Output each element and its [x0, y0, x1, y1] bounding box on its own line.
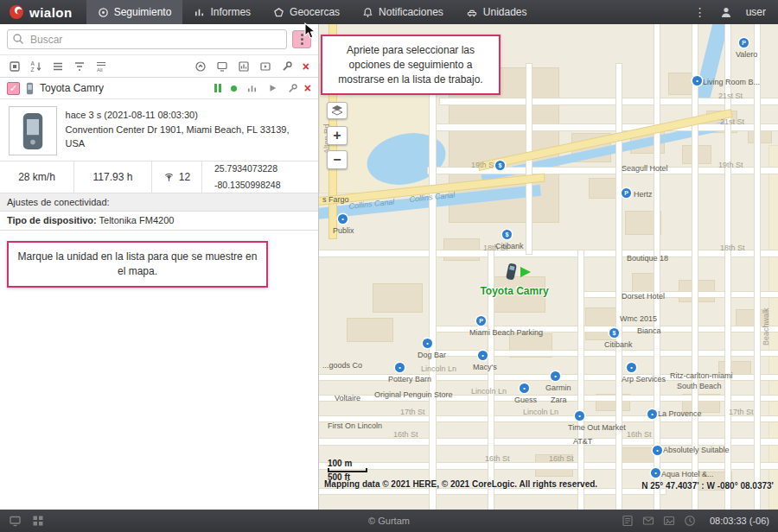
satellite-icon [163, 172, 175, 183]
unit-checkbox[interactable]: ✓ [7, 82, 20, 95]
map-label: Macy's [473, 363, 497, 371]
nav-tab-seguimiento[interactable]: Seguimiento [86, 0, 183, 24]
map-label: Citibank [495, 242, 524, 250]
scale-metric: 100 m [328, 459, 367, 468]
main-nav: Seguimiento Informes Geocercas Notificac… [86, 0, 539, 24]
map-label: Garmin [545, 383, 571, 392]
device-type-label: Tipo de dispositivo: [7, 215, 97, 225]
top-menu-icon[interactable]: ⋮ [694, 5, 706, 19]
map-road [578, 292, 778, 297]
nav-tab-unidades[interactable]: Unidades [455, 0, 539, 24]
last-message-time: hace 3 s (2021-08-11 08:03:30) [66, 108, 309, 123]
search-input[interactable] [7, 29, 287, 49]
media-status-icon[interactable] [663, 515, 675, 527]
device-image-icon [21, 111, 45, 151]
nav-tab-informes[interactable]: Informes [182, 0, 262, 24]
map-label: 21st St [718, 92, 743, 100]
sort-az-icon[interactable]: AZ [30, 60, 42, 73]
motion-state-icon[interactable] [214, 84, 221, 92]
list-toolbar: AZ All [0, 54, 318, 78]
selection-mode-icon[interactable] [9, 60, 21, 73]
connectivity-header[interactable]: Ajustes de conectividad: [0, 193, 318, 212]
device-type-value: Teltonika FM4200 [99, 215, 175, 225]
map-label: Time Out Market [568, 423, 626, 432]
filter-icon[interactable] [73, 60, 86, 73]
unit-list-row[interactable]: ✓ Toyota Camry × [0, 78, 318, 99]
list-view-icon[interactable] [52, 60, 64, 73]
map-building [373, 283, 423, 313]
map-label: Miami Beach Parking [469, 328, 543, 337]
quick-report-icon[interactable] [238, 60, 250, 73]
nav-tab-notificaciones[interactable]: Notificaciones [351, 0, 455, 24]
engine-hours: 117.93 h [74, 162, 152, 193]
nav-tab-geocercas[interactable]: Geocercas [262, 0, 351, 24]
unit-address: Convention Center Dr 1901, Miami Beach, … [66, 123, 309, 151]
map[interactable]: 21st St21st St19th St19th St18th St18th … [319, 24, 778, 510]
map-label: 17th St [400, 408, 425, 416]
map-position-readout: N 25° 47.4037' : W -080° 08.0373' [641, 481, 774, 491]
unit-map-marker[interactable] [506, 263, 517, 283]
map-label: Zara [551, 396, 567, 404]
svg-text:All: All [97, 67, 103, 73]
geofence-icon [273, 7, 284, 18]
reports-status-icon[interactable] [622, 515, 634, 527]
latitude: 25.7934073228 [214, 163, 277, 174]
current-time: 08:03:33 (-06) [710, 516, 769, 526]
nav-label: Unidades [483, 6, 527, 18]
brand-name: wialon [29, 5, 73, 20]
map-poi-marker: P [622, 188, 631, 198]
unit-settings-icon[interactable] [287, 83, 298, 94]
map-poi-marker: $ [609, 328, 619, 338]
map-label: ...goods Co [322, 361, 362, 370]
map-label: Ritz-carlton-miami [670, 371, 733, 380]
clock-status-icon[interactable] [684, 515, 696, 527]
map-road [755, 24, 760, 510]
map-label: Aqua Hotel &... [661, 470, 714, 478]
reports-icon [194, 7, 205, 18]
apply-to-all-icon[interactable]: All [95, 60, 107, 73]
map-label: Guess [514, 396, 537, 404]
map-label: Citibank [604, 340, 633, 349]
map-label: 16th St [485, 454, 510, 463]
wrench-icon[interactable] [281, 60, 293, 73]
map-label: Hertz [634, 190, 653, 199]
unit-monitor-icon[interactable] [216, 60, 228, 73]
unit-quick-report-icon[interactable] [246, 83, 258, 94]
clear-list-icon[interactable]: × [303, 60, 309, 73]
list-tooltip: Marque la unidad en la lista para que se… [7, 241, 268, 288]
user-icon[interactable] [720, 6, 732, 18]
follow-unit-icon[interactable] [194, 60, 207, 73]
unit-playback-icon[interactable] [267, 83, 277, 93]
zoom-out-button[interactable]: − [327, 150, 348, 169]
map-road [319, 250, 778, 256]
remove-unit-icon[interactable]: × [304, 82, 311, 94]
messages-status-icon[interactable] [642, 515, 654, 527]
car-icon [466, 7, 478, 18]
map-poi-marker: P [739, 38, 749, 48]
map-road [578, 250, 584, 510]
svg-text:A: A [31, 60, 35, 66]
map-label: Lincoln Ln [523, 408, 558, 416]
media-player-icon[interactable] [259, 60, 271, 73]
monitor-mode-icon[interactable] [9, 515, 22, 527]
map-label: Dorset Hotel [622, 292, 665, 301]
tracking-icon [98, 7, 109, 18]
map-poi-marker: • [395, 363, 405, 372]
user-name[interactable]: user [746, 6, 766, 18]
map-layers-button[interactable] [327, 102, 348, 119]
svg-text:Z: Z [31, 66, 35, 73]
unit-map-label: Toyota Camry [461, 285, 568, 297]
bell-icon [362, 7, 373, 18]
nav-label: Notificaciones [379, 6, 443, 18]
unit-details: hace 3 s (2021-08-11 08:03:30) Conventio… [0, 99, 318, 161]
map-poi-marker: P [476, 316, 486, 326]
map-poi-marker: • [647, 409, 657, 419]
map-label: Wmc 2015 [620, 314, 657, 323]
apps-grid-icon[interactable] [32, 515, 44, 527]
device-icon [26, 82, 34, 95]
map-label: Absolutely Suitable [663, 446, 730, 454]
map-poi-marker: • [338, 214, 348, 224]
zoom-in-button[interactable]: + [327, 126, 348, 145]
map-poi-marker: • [692, 76, 702, 86]
map-label: South Beach [677, 382, 722, 390]
